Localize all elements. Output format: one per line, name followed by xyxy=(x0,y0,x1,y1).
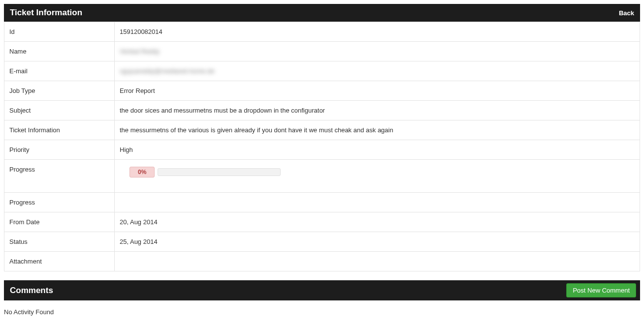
ticket-info-table: Id 159120082014 Name Venkat Reddy E-mail… xyxy=(4,22,640,271)
panel-title: Ticket Information xyxy=(10,8,82,18)
value-subject: the door sices and messurmetns must be a… xyxy=(115,101,640,120)
progress-bar xyxy=(158,168,281,176)
value-name: Venkat Reddy xyxy=(115,42,640,61)
row-status: Status 25, Aug 2014 xyxy=(4,232,640,252)
value-email: vgujuareddy@medianet-home.de xyxy=(115,61,640,81)
value-id: 159120082014 xyxy=(115,22,640,42)
label-subject: Subject xyxy=(4,101,115,120)
row-priority: Priority High xyxy=(4,140,640,160)
comments-header: Comments Post New Comment xyxy=(4,280,640,300)
label-status: Status xyxy=(4,232,115,252)
label-email: E-mail xyxy=(4,61,115,81)
label-fromdate: From Date xyxy=(4,212,115,232)
ticket-info-header: Ticket Information Back xyxy=(4,4,640,22)
comments-title: Comments xyxy=(10,286,53,296)
value-progress2 xyxy=(115,193,640,212)
row-ticketinfo: Ticket Information the messurmetns of th… xyxy=(4,120,640,140)
value-jobtype: Error Report xyxy=(115,81,640,101)
row-subject: Subject the door sices and messurmetns m… xyxy=(4,101,640,120)
progress-percent-badge: 0% xyxy=(129,167,155,178)
ticket-info-panel: Ticket Information Back Id 159120082014 … xyxy=(4,4,640,271)
back-link[interactable]: Back xyxy=(619,9,634,17)
label-ticketinfo: Ticket Information xyxy=(4,120,115,140)
label-id: Id xyxy=(4,22,115,42)
row-attachment: Attachment xyxy=(4,252,640,271)
progress-wrap: 0% xyxy=(120,166,635,186)
no-activity-text: No Activity Found xyxy=(4,304,644,316)
row-email: E-mail vgujuareddy@medianet-home.de xyxy=(4,61,640,81)
label-name: Name xyxy=(4,42,115,61)
row-name: Name Venkat Reddy xyxy=(4,42,640,61)
post-new-comment-button[interactable]: Post New Comment xyxy=(566,283,636,297)
value-attachment xyxy=(115,252,640,271)
row-fromdate: From Date 20, Aug 2014 xyxy=(4,212,640,232)
value-fromdate: 20, Aug 2014 xyxy=(115,212,640,232)
label-jobtype: Job Type xyxy=(4,81,115,101)
comments-panel: Comments Post New Comment xyxy=(4,280,640,300)
value-progress: 0% xyxy=(115,160,640,193)
label-progress: Progress xyxy=(4,160,115,193)
label-priority: Priority xyxy=(4,140,115,160)
row-jobtype: Job Type Error Report xyxy=(4,81,640,101)
row-id: Id 159120082014 xyxy=(4,22,640,42)
value-ticketinfo: the messurmetns of the various is given … xyxy=(115,120,640,140)
row-progress: Progress 0% xyxy=(4,160,640,193)
value-status: 25, Aug 2014 xyxy=(115,232,640,252)
label-attachment: Attachment xyxy=(4,252,115,271)
row-progress2: Progress xyxy=(4,193,640,212)
label-progress2: Progress xyxy=(4,193,115,212)
value-priority: High xyxy=(115,140,640,160)
